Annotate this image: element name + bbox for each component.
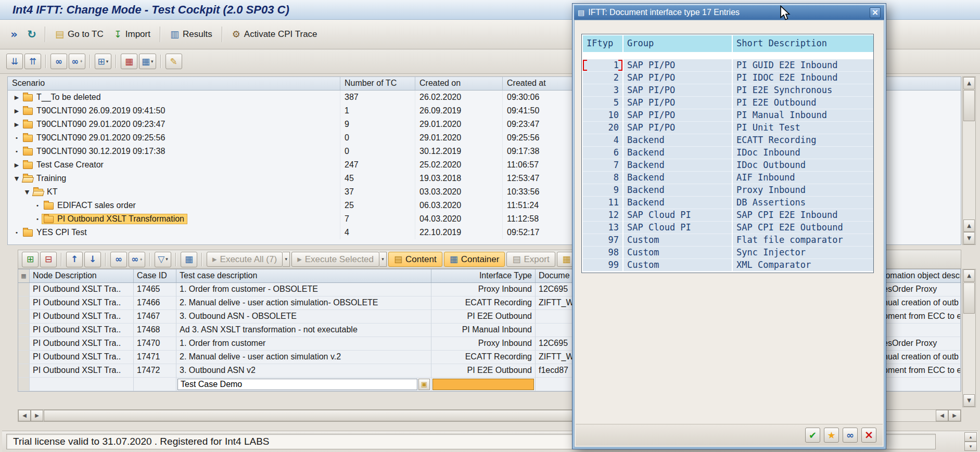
sort-descending-button[interactable]: ↓	[84, 252, 101, 267]
interface-type-row[interactable]: 10SAP PI/POPI Manual Inbound	[583, 109, 872, 122]
row-selector[interactable]	[18, 337, 30, 351]
expander-icon[interactable]: ▼	[12, 176, 21, 182]
interface-type-row[interactable]: 3SAP PI/POPI E2E Synchronous	[583, 84, 872, 97]
expander-icon[interactable]: ▶	[12, 95, 21, 100]
scenario-node-label[interactable]: KT	[47, 187, 57, 197]
group-cell[interactable]: Custom	[623, 247, 732, 259]
col-created-on[interactable]: Created on	[415, 77, 503, 90]
short-description-cell[interactable]: SAP CPI E2E Outbound	[733, 222, 873, 234]
scrollbar-thumb[interactable]	[44, 410, 642, 421]
row-selector[interactable]	[18, 364, 30, 378]
interface-type-row[interactable]: 5SAP PI/POPI E2E Outbound	[583, 97, 872, 109]
short-description-cell[interactable]: IDoc Inbound	[733, 147, 873, 159]
hierarchy-button[interactable]: ⊞▾	[95, 54, 111, 69]
scenario-node-label[interactable]: Training	[36, 174, 66, 183]
scroll-left-icon[interactable]: ◀	[18, 410, 31, 421]
refresh-icon[interactable]: ↻	[23, 25, 41, 43]
col-node-description[interactable]: Node Description	[30, 269, 134, 282]
select-all-header[interactable]: ▦	[18, 269, 30, 282]
scenario-node-label[interactable]: EDIFACT sales order	[57, 201, 136, 210]
iftyp-cell[interactable]: 3	[583, 84, 622, 97]
short-description-cell[interactable]: IDoc Outbound	[733, 159, 873, 172]
results-button[interactable]: ▥ Results	[165, 25, 218, 43]
col-short-description[interactable]: Short Description	[733, 35, 873, 52]
find-button[interactable]: ∞	[110, 252, 127, 267]
col-case-id[interactable]: Case ID	[134, 269, 176, 282]
expander-icon[interactable]: ▶	[12, 108, 21, 114]
group-cell[interactable]: SAP PI/PO	[623, 59, 732, 72]
interface-type-row[interactable]: 1SAP PI/POPI GUID E2E Inbound	[583, 59, 872, 72]
col-group[interactable]: Group	[623, 35, 732, 52]
filter-button[interactable]: ▽▾	[155, 252, 171, 267]
interface-type-row[interactable]: 9BackendProxy Inbound	[583, 184, 872, 197]
short-description-cell[interactable]: PI Unit Test	[733, 122, 873, 134]
short-description-cell[interactable]: ECATT Recording	[733, 134, 873, 147]
group-cell[interactable]: Custom	[623, 234, 732, 247]
interface-type-row[interactable]: 11BackendDB Assertions	[583, 197, 872, 209]
scroll-left-icon[interactable]: ◀	[936, 410, 948, 421]
iftyp-cell[interactable]: 9	[583, 184, 622, 197]
scenario-node-label[interactable]: T90CLNT090 29.01.2020 09:23:47	[36, 120, 165, 129]
iftyp-cell[interactable]: 8	[583, 172, 622, 184]
scenario-node-label[interactable]: T90CLNT090 29.01.2020 09:25:56	[36, 133, 165, 143]
col-automation-object[interactable]: tomation object descr	[879, 269, 961, 282]
scroll-down-icon[interactable]: ▼	[963, 232, 975, 244]
row-selector[interactable]	[18, 378, 30, 391]
group-cell[interactable]: Backend	[623, 147, 732, 159]
selected-node-highlight[interactable]: PI Outbound XSLT Transformation	[42, 214, 187, 224]
group-cell[interactable]: SAP PI/PO	[623, 72, 732, 84]
interface-type-input[interactable]	[432, 379, 534, 390]
cancel-button[interactable]: ×	[861, 428, 876, 443]
chevron-up-icon[interactable]: ▴	[964, 432, 977, 442]
export-button[interactable]: ▤Export	[506, 252, 555, 267]
scenario-node-label[interactable]: Test Case Creator	[36, 160, 104, 170]
iftyp-cell[interactable]: 20	[583, 122, 622, 134]
row-selector[interactable]	[18, 310, 30, 324]
iftyp-cell[interactable]: 5	[583, 97, 622, 109]
scrollbar-thumb[interactable]	[963, 282, 975, 314]
confirm-button[interactable]: ✔	[805, 428, 820, 443]
interface-type-row[interactable]: 8BackendAIF Inbound	[583, 172, 872, 184]
find-button[interactable]: ∞	[50, 54, 67, 69]
interface-type-row[interactable]: 13SAP Cloud PISAP CPI E2E Outbound	[583, 222, 872, 234]
table-add-button[interactable]: ▦▾	[139, 54, 156, 69]
scroll-down-icon[interactable]: ▼	[963, 394, 975, 407]
status-expand-control[interactable]: ▴ ▾	[964, 432, 977, 451]
chevron-down-icon[interactable]: ▾	[964, 442, 977, 451]
row-selector[interactable]	[18, 351, 30, 364]
group-cell[interactable]: SAP Cloud PI	[623, 222, 732, 234]
short-description-cell[interactable]: Flat file comparator	[733, 234, 873, 247]
find-button[interactable]: ∞	[843, 428, 858, 443]
group-cell[interactable]: SAP PI/PO	[623, 109, 732, 122]
interface-type-row[interactable]: 6BackendIDoc Inbound	[583, 147, 872, 159]
iftyp-cell[interactable]: 13	[583, 222, 622, 234]
interface-type-row[interactable]: 7BackendIDoc Outbound	[583, 159, 872, 172]
content-button[interactable]: ▤Content	[388, 252, 442, 267]
scroll-right-icon[interactable]: ▶	[948, 410, 961, 421]
iftyp-cell[interactable]: 12	[583, 209, 622, 222]
short-description-cell[interactable]: PI E2E Synchronous	[733, 84, 873, 97]
find-next-button[interactable]: ∞+	[69, 54, 85, 69]
execute-selected-dropdown-icon[interactable]: ▾	[379, 252, 387, 267]
interface-type-row[interactable]: 4BackendECATT Recording	[583, 134, 872, 147]
col-number-of-tc[interactable]: Number of TC	[340, 77, 415, 90]
scenario-node-label[interactable]: T__To be deleted	[36, 93, 101, 102]
interface-type-row[interactable]: 2SAP PI/POPI IDOC E2E Inbound	[583, 72, 872, 84]
short-description-cell[interactable]: PI E2E Outbound	[733, 97, 873, 109]
group-cell[interactable]: SAP PI/PO	[623, 97, 732, 109]
table-view-button[interactable]: ▦	[121, 54, 137, 69]
interface-type-row[interactable]: 98CustomSync Injector	[583, 247, 872, 259]
edit-button[interactable]: ✎	[166, 54, 182, 69]
short-description-cell[interactable]: PI IDOC E2E Inbound	[733, 72, 873, 84]
group-cell[interactable]: Backend	[623, 184, 732, 197]
scenario-node-label[interactable]: PI Outbound XSLT Transformation	[57, 214, 184, 224]
iftyp-cell[interactable]: 10	[583, 109, 622, 122]
expand-all-button[interactable]: ⇊	[6, 54, 23, 69]
group-cell[interactable]: SAP PI/PO	[623, 122, 732, 134]
group-cell[interactable]: Backend	[623, 159, 732, 172]
iftyp-cell[interactable]: 99	[583, 259, 622, 272]
short-description-cell[interactable]: DB Assertions	[733, 197, 873, 209]
short-description-cell[interactable]: Proxy Inbound	[733, 184, 873, 197]
group-cell[interactable]: Backend	[623, 172, 732, 184]
group-cell[interactable]: Backend	[623, 134, 732, 147]
